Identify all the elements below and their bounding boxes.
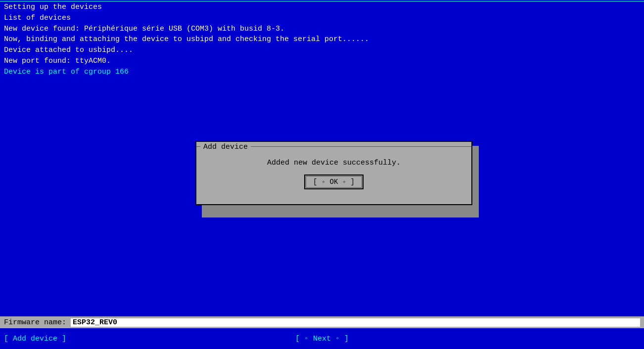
add-device-button[interactable]: [ Add device ] bbox=[4, 335, 66, 343]
next-button[interactable]: [ ◦ Next ◦ ] bbox=[295, 335, 349, 343]
terminal-line: New port found: ttyACM0. bbox=[4, 56, 640, 67]
firmware-label: Firmware name: bbox=[4, 318, 71, 327]
ok-button[interactable]: [ ◦ OK ◦ ] bbox=[306, 176, 362, 188]
terminal-line: Now, binding and attaching the device to… bbox=[4, 34, 640, 45]
terminal-line: List of devices bbox=[4, 13, 640, 24]
terminal-line: Setting up the devices bbox=[4, 2, 640, 13]
dialog-box: Add device Added new device successfully… bbox=[195, 141, 472, 205]
terminal-line: Device is part of cgroup 166 bbox=[4, 67, 640, 78]
dialog-message: Added new device successfully. bbox=[196, 159, 471, 167]
dialog-buttons: [ ◦ OK ◦ ] bbox=[196, 176, 471, 188]
terminal-line: New device found: Périphérique série USB… bbox=[4, 24, 640, 35]
terminal-line: Device attached to usbipd.... bbox=[4, 45, 640, 56]
firmware-row: Firmware name: ESP32_REV0 bbox=[0, 316, 644, 328]
button-row: [ Add device ] [ ◦ Next ◦ ] bbox=[0, 331, 644, 346]
dialog-title-bar: Add device bbox=[196, 142, 471, 152]
dialog-title-text: Add device bbox=[200, 143, 251, 151]
firmware-value: ESP32_REV0 bbox=[71, 318, 640, 327]
